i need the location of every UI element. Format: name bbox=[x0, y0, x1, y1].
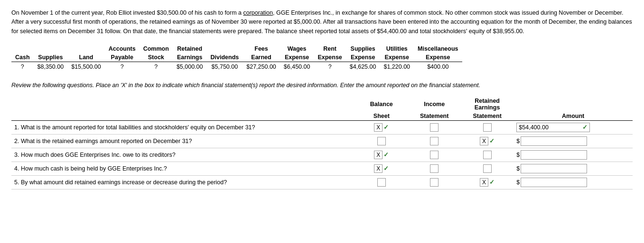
col-stock-header: Stock bbox=[140, 53, 173, 62]
intro-paragraph: On November 1 of the current year, Rob E… bbox=[11, 9, 633, 36]
amount-header-bottom: Amount bbox=[513, 112, 633, 121]
q2-retained-cell: X ✓ bbox=[461, 134, 513, 148]
review-row-3: 3. How much does GGE Enterprises Inc. ow… bbox=[11, 148, 633, 162]
q1-amount-cell: $54,400.00 ✓ bbox=[513, 120, 633, 134]
val-utilities: $1,220.00 bbox=[380, 62, 414, 72]
accounts-table-section: Accounts Common Retained Fees Wages Rent… bbox=[11, 45, 633, 72]
q3-balance-checkmark: ✓ bbox=[383, 151, 389, 158]
val-retained: $5,000.00 bbox=[173, 62, 207, 72]
income-header-top: Income bbox=[408, 97, 461, 112]
question-2-text: 2. What is the retained earnings amount … bbox=[11, 134, 355, 148]
corporation-link[interactable]: corporation bbox=[243, 9, 273, 16]
q1-amount-checkmark: ✓ bbox=[582, 124, 588, 131]
val-earned: $27,250.00 bbox=[243, 62, 280, 72]
q4-income-checkbox[interactable] bbox=[430, 164, 439, 173]
q2-retained-checkmark: ✓ bbox=[489, 137, 495, 144]
q5-dollar-sign: $ bbox=[516, 179, 520, 186]
question-4-text: 4. How much cash is being held by GGE En… bbox=[11, 162, 355, 175]
q4-retained-checkbox[interactable] bbox=[483, 164, 492, 173]
question-col-header bbox=[11, 97, 355, 112]
val-wages: $6,450.00 bbox=[280, 62, 314, 72]
col-earnings-header: Earnings bbox=[173, 53, 207, 62]
q5-balance-checkbox[interactable] bbox=[377, 178, 386, 187]
col-dividends-header: Dividends bbox=[206, 53, 243, 62]
q3-dollar-sign: $ bbox=[516, 152, 520, 158]
col-land-label bbox=[67, 45, 105, 53]
q3-income-checkbox[interactable] bbox=[430, 151, 439, 159]
review-row-2: 2. What is the retained earnings amount … bbox=[11, 134, 633, 148]
q2-retained-checkbox[interactable]: X bbox=[480, 137, 488, 145]
amount-header-top bbox=[513, 97, 633, 112]
val-dividends: $5,750.00 bbox=[206, 62, 243, 72]
col-land-header: Land bbox=[67, 53, 105, 62]
col-earned-header: Earned bbox=[243, 53, 280, 62]
q5-retained-checkmark: ✓ bbox=[489, 179, 495, 186]
val-cash: ? bbox=[11, 62, 34, 72]
question-3-text: 3. How much does GGE Enterprises Inc. ow… bbox=[11, 148, 355, 162]
q3-retained-cell bbox=[461, 148, 513, 162]
q5-retained-cell: X ✓ bbox=[461, 175, 513, 189]
col-supplies-label bbox=[34, 45, 68, 53]
review-instruction: Review the following questions. Place an… bbox=[11, 81, 633, 90]
retained-header-top: Retained Earnings bbox=[461, 97, 513, 112]
col-utilities-top: Utilities bbox=[380, 45, 414, 53]
q1-income-cell bbox=[408, 120, 461, 134]
col-accounts-top: Accounts bbox=[105, 45, 140, 53]
col-misc-header: Expense bbox=[414, 53, 462, 62]
q3-balance-checkbox[interactable]: X bbox=[374, 151, 383, 159]
balance-header-bottom: Sheet bbox=[355, 112, 408, 121]
q1-retained-cell bbox=[461, 120, 513, 134]
col-supplies-exp-header: Expense bbox=[346, 53, 380, 62]
q4-balance-cell: X ✓ bbox=[355, 162, 408, 175]
q1-balance-checkbox[interactable]: X bbox=[374, 123, 383, 132]
q3-amount-input[interactable] bbox=[521, 150, 587, 160]
question-1-text: 1. What is the amount reported for total… bbox=[11, 120, 355, 134]
col-payable-header: Payable bbox=[105, 53, 140, 62]
q5-retained-checkbox[interactable]: X bbox=[480, 178, 488, 187]
q2-amount-input[interactable] bbox=[521, 136, 587, 146]
col-cash-label bbox=[11, 45, 34, 53]
q4-income-cell bbox=[408, 162, 461, 175]
q2-balance-checkbox[interactable] bbox=[377, 137, 386, 145]
question-col-subheader bbox=[11, 112, 355, 121]
review-row-4: 4. How much cash is being held by GGE En… bbox=[11, 162, 633, 175]
accounts-data-row: ? $8,350.00 $15,500.00 ? ? $5,000.00 $5,… bbox=[11, 62, 462, 72]
col-misc-top: Miscellaneous bbox=[414, 45, 462, 53]
q2-amount-cell: $ bbox=[513, 134, 633, 148]
q1-balance-checkmark: ✓ bbox=[383, 124, 389, 131]
q5-amount-input[interactable] bbox=[521, 178, 587, 187]
q2-income-checkbox[interactable] bbox=[430, 137, 439, 145]
q2-balance-cell bbox=[355, 134, 408, 148]
q3-amount-cell: $ bbox=[513, 148, 633, 162]
accounts-table: Accounts Common Retained Fees Wages Rent… bbox=[11, 45, 462, 72]
q5-balance-cell bbox=[355, 175, 408, 189]
q4-retained-cell bbox=[461, 162, 513, 175]
val-stock: ? bbox=[140, 62, 173, 72]
q1-amount-value: $54,400.00 bbox=[519, 124, 549, 131]
val-misc: $400.00 bbox=[414, 62, 462, 72]
col-fees-top: Fees bbox=[243, 45, 280, 53]
val-land: $15,500.00 bbox=[67, 62, 105, 72]
q5-income-cell bbox=[408, 175, 461, 189]
q1-retained-checkbox[interactable] bbox=[483, 123, 492, 132]
q4-amount-cell: $ bbox=[513, 162, 633, 175]
review-table: Balance Income Retained Earnings Sheet S… bbox=[11, 97, 633, 189]
col-supplies-header: Supplies bbox=[34, 53, 68, 62]
q5-income-checkbox[interactable] bbox=[430, 178, 439, 187]
question-5-text: 5. By what amount did retained earnings … bbox=[11, 175, 355, 189]
col-dividends-label bbox=[206, 45, 243, 53]
col-rent-top: Rent bbox=[314, 45, 345, 53]
balance-header-top: Balance bbox=[355, 97, 408, 112]
q3-retained-checkbox[interactable] bbox=[483, 151, 492, 159]
q1-income-checkbox[interactable] bbox=[430, 123, 439, 132]
q2-dollar-sign: $ bbox=[516, 138, 520, 144]
review-row-5: 5. By what amount did retained earnings … bbox=[11, 175, 633, 189]
col-wages-top: Wages bbox=[280, 45, 314, 53]
val-supplies: $8,350.00 bbox=[34, 62, 68, 72]
val-rent: ? bbox=[314, 62, 345, 72]
q3-balance-cell: X ✓ bbox=[355, 148, 408, 162]
q4-balance-checkmark: ✓ bbox=[383, 165, 389, 172]
col-utilities-header: Expense bbox=[380, 53, 414, 62]
q4-amount-input[interactable] bbox=[521, 164, 587, 173]
q4-balance-checkbox[interactable]: X bbox=[374, 164, 383, 173]
